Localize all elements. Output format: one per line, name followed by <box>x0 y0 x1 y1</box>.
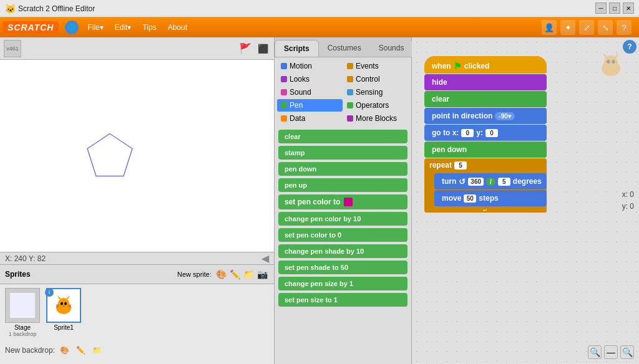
block-clear[interactable]: clear <box>278 130 407 143</box>
tab-bar: Scripts Costumes Sounds <box>275 37 411 57</box>
sprite1-item[interactable]: i <box>45 288 82 331</box>
stop-button[interactable]: ⬛ <box>255 41 270 56</box>
block-change-pen-shade[interactable]: change pen shade by 10 <box>278 244 407 258</box>
green-flag-button[interactable]: 🚩 <box>238 41 253 56</box>
titlebar: 🐱 Scratch 2 Offline Editor ─ □ ✕ <box>0 0 639 17</box>
file-backdrop-button[interactable]: 📁 <box>90 343 104 357</box>
shrink-icon[interactable]: ⤡ <box>598 20 613 35</box>
svg-marker-0 <box>87 134 132 176</box>
menu-file[interactable]: File▾ <box>82 21 108 34</box>
close-button[interactable]: ✕ <box>623 2 634 14</box>
block-repeat[interactable]: repeat 5 turn ↺ 360 / 5 degrees <box>424 158 547 213</box>
stage-label: Stage <box>14 324 31 331</box>
file-sprite-button[interactable]: 📁 <box>241 267 255 281</box>
block-set-pen-color[interactable]: set pen color to <box>278 194 407 209</box>
maximize-button[interactable]: □ <box>609 2 620 14</box>
blocks-list: clear stamp pen down pen up set pen colo… <box>275 127 411 364</box>
block-change-pen-color[interactable]: change pen color by 10 <box>278 212 407 226</box>
categories-panel: Motion Events Looks Control Sound Sensin… <box>275 57 411 127</box>
block-when-flag-clicked[interactable]: when ⚑ clicked <box>424 56 547 74</box>
fullscreen-icon[interactable]: ⤢ <box>579 20 594 35</box>
stage-coords: X: 240 Y: 82 ◀ <box>0 252 274 264</box>
block-turn[interactable]: turn ↺ 360 / 5 degrees <box>434 173 547 189</box>
paint-sprite-button[interactable]: 🎨 <box>214 267 228 281</box>
sprites-list: Stage 1 backdrop i <box>0 284 274 341</box>
cat-events[interactable]: Events <box>343 60 409 72</box>
script-area[interactable]: ? x: 0 y: 0 w <box>412 37 639 364</box>
tab-scripts[interactable]: Scripts <box>275 40 319 57</box>
coord-display: X: 240 Y: 82 <box>5 254 46 263</box>
block-change-pen-size[interactable]: change pen size by 1 <box>278 277 407 290</box>
stage-thumbnail: v461 <box>4 40 21 57</box>
stage-canvas[interactable] <box>0 60 274 252</box>
zoom-reset-button[interactable]: — <box>604 345 618 359</box>
cat-looks[interactable]: Looks <box>277 73 343 85</box>
block-stamp[interactable]: stamp <box>278 146 407 160</box>
stage-sublabel: 1 backdrop <box>9 331 37 337</box>
zoom-out-button[interactable]: 🔍 <box>620 345 634 359</box>
camera-sprite-button[interactable]: 📷 <box>255 267 269 281</box>
help-icon[interactable]: ? <box>617 20 632 35</box>
new-backdrop-label: New backdrop: <box>5 346 55 355</box>
sprites-panel: Sprites New sprite: 🎨 ✏️ 📁 📷 Stage 1 bac… <box>0 264 274 364</box>
block-move[interactable]: move 50 steps <box>434 190 547 206</box>
block-pen-down-script[interactable]: pen down <box>424 141 547 158</box>
draw-backdrop-button[interactable]: ✏️ <box>74 343 87 357</box>
cat-motion[interactable]: Motion <box>277 60 343 72</box>
svg-point-7 <box>64 302 67 305</box>
turn-icon: ↺ <box>459 177 466 186</box>
minimize-button[interactable]: ─ <box>595 2 607 14</box>
person-icon[interactable]: 👤 <box>542 20 557 35</box>
paint-backdrop-button[interactable]: 🎨 <box>57 343 71 357</box>
sprite-info-button[interactable]: i <box>45 288 54 297</box>
tab-costumes[interactable]: Costumes <box>319 40 370 57</box>
block-set-pen-size[interactable]: set pen size to 1 <box>278 293 407 307</box>
block-pen-down[interactable]: pen down <box>278 162 407 176</box>
svg-point-18 <box>612 60 615 64</box>
sprites-header: Sprites New sprite: 🎨 ✏️ 📁 📷 <box>0 265 274 284</box>
cat-sensing[interactable]: Sensing <box>343 86 409 98</box>
tab-sounds[interactable]: Sounds <box>370 40 413 57</box>
stage-sprite-item[interactable]: Stage 1 backdrop <box>4 288 41 337</box>
block-point-direction[interactable]: point in direction -90▾ <box>424 108 547 124</box>
menu-about[interactable]: About <box>163 21 192 34</box>
svg-point-3 <box>58 298 69 309</box>
menu-edit[interactable]: Edit▾ <box>110 21 137 34</box>
svg-point-6 <box>61 302 63 305</box>
duplicate-icon[interactable]: ✦ <box>560 20 575 35</box>
cat-more-blocks[interactable]: More Blocks <box>343 112 409 125</box>
menu-tips[interactable]: Tips <box>137 21 161 34</box>
block-pen-up[interactable]: pen up <box>278 178 407 192</box>
svg-marker-4 <box>57 295 61 299</box>
block-go-to[interactable]: go to x: 0 y: 0 <box>424 125 547 141</box>
zoom-in-button[interactable]: 🔍 <box>588 345 602 359</box>
flag-icon: ⚑ <box>454 61 462 71</box>
block-clear-script[interactable]: clear <box>424 91 547 107</box>
globe-icon[interactable]: 🌐 <box>65 21 79 34</box>
stage-toolbar: v461 🚩 ⬛ <box>0 37 274 60</box>
script-canvas[interactable]: ? x: 0 y: 0 w <box>412 37 639 364</box>
svg-point-8 <box>63 305 65 307</box>
repeat-cap: ↩ <box>424 208 547 213</box>
pentagon-shape <box>85 132 135 181</box>
draw-sprite-button[interactable]: ✏️ <box>228 267 241 281</box>
block-set-pen-color-num[interactable]: set pen color to 0 <box>278 228 407 242</box>
scratch-logo: SCRATCH <box>2 21 59 34</box>
cat-watermark <box>595 50 627 83</box>
cat-control[interactable]: Control <box>343 73 409 85</box>
stage-area: v461 🚩 ⬛ X: 240 Y: 82 ◀ Sprites New spri… <box>0 37 275 364</box>
cat-sound[interactable]: Sound <box>277 86 343 98</box>
app-title: Scratch 2 Offline Editor <box>18 4 634 13</box>
sprites-title: Sprites <box>5 270 177 279</box>
app-icon: 🐱 <box>5 4 16 14</box>
new-sprite-label: New sprite: <box>177 271 212 278</box>
cat-data[interactable]: Data <box>277 112 343 125</box>
block-set-pen-shade[interactable]: set pen shade to 50 <box>278 261 407 274</box>
block-hide[interactable]: hide <box>424 74 547 90</box>
cat-pen[interactable]: Pen <box>277 99 343 112</box>
cat-operators[interactable]: Operators <box>343 99 409 112</box>
script-block-stack: when ⚑ clicked hide clear point in direc… <box>424 56 547 213</box>
main-layout: v461 🚩 ⬛ X: 240 Y: 82 ◀ Sprites New spri… <box>0 37 639 364</box>
pen-color-swatch[interactable] <box>344 198 353 206</box>
new-backdrop-area: New backdrop: 🎨 ✏️ 📁 <box>0 341 274 360</box>
